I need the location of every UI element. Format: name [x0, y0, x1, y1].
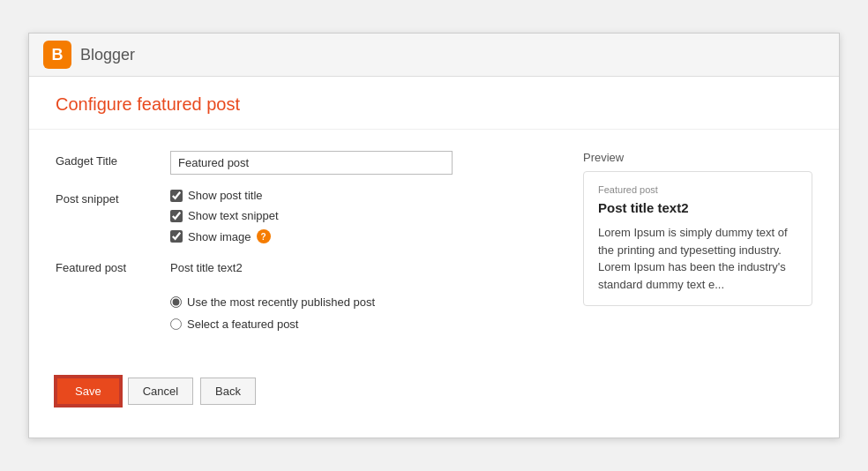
preview-card-title: Post title text2 — [598, 200, 797, 215]
show-post-title-label: Show post title — [188, 189, 263, 202]
back-button[interactable]: Back — [200, 378, 256, 405]
show-text-snippet-label: Show text snippet — [188, 209, 279, 222]
radio-select[interactable] — [170, 318, 182, 330]
checkbox-group: Show post title Show text snippet Show i… — [170, 189, 548, 243]
gadget-title-label: Gadget Title — [56, 151, 170, 168]
content-area: Gadget Title Post snippet Show post titl… — [29, 130, 839, 366]
form-section: Gadget Title Post snippet Show post titl… — [56, 151, 548, 345]
show-text-snippet-checkbox[interactable] — [170, 210, 183, 222]
post-snippet-label: Post snippet — [56, 189, 170, 206]
preview-card-subtitle: Featured post — [598, 184, 797, 195]
radio-recently[interactable] — [170, 296, 182, 308]
post-snippet-row: Post snippet Show post title Show text s… — [56, 189, 548, 243]
post-snippet-control: Show post title Show text snippet Show i… — [170, 189, 548, 243]
radio-row: Use the most recently published post Sel… — [56, 288, 548, 331]
radio-recently-item[interactable]: Use the most recently published post — [170, 295, 548, 309]
cancel-button[interactable]: Cancel — [128, 378, 193, 405]
featured-post-control: Post title text2 — [170, 258, 548, 274]
preview-card: Featured post Post title text2 Lorem Ips… — [583, 171, 812, 306]
radio-control: Use the most recently published post Sel… — [170, 288, 548, 331]
gadget-title-row: Gadget Title — [56, 151, 548, 175]
save-button[interactable]: Save — [56, 377, 121, 406]
radio-recently-label: Use the most recently published post — [187, 295, 375, 309]
page-title-section: Configure featured post — [29, 77, 839, 130]
radio-select-label: Select a featured post — [187, 318, 298, 331]
show-post-title-checkbox[interactable] — [170, 190, 183, 202]
dialog-container: B Blogger Configure featured post Gadget… — [28, 33, 840, 438]
preview-card-body: Lorem Ipsum is simply dummy text of the … — [598, 224, 797, 293]
app-name: Blogger — [80, 46, 135, 64]
radio-select-item[interactable]: Select a featured post — [170, 318, 548, 331]
show-image-label: Show image — [188, 230, 251, 243]
preview-section: Preview Featured post Post title text2 L… — [583, 151, 812, 345]
blogger-icon: B — [43, 41, 71, 69]
preview-label: Preview — [583, 151, 812, 164]
featured-post-value: Post title text2 — [170, 258, 548, 274]
radio-group: Use the most recently published post Sel… — [170, 295, 548, 331]
page-title: Configure featured post — [56, 94, 812, 115]
gadget-title-control — [170, 151, 548, 175]
show-image-item[interactable]: Show image ? — [170, 229, 548, 243]
help-icon[interactable]: ? — [257, 229, 271, 243]
show-image-checkbox[interactable] — [170, 230, 183, 243]
featured-post-row: Featured post Post title text2 — [56, 258, 548, 274]
footer-buttons: Save Cancel Back — [29, 366, 839, 427]
show-post-title-item[interactable]: Show post title — [170, 189, 548, 202]
show-text-snippet-item[interactable]: Show text snippet — [170, 209, 548, 222]
header-bar: B Blogger — [29, 34, 839, 77]
gadget-title-input[interactable] — [170, 151, 453, 175]
radio-label-spacer — [56, 288, 170, 292]
featured-post-label: Featured post — [56, 258, 170, 274]
